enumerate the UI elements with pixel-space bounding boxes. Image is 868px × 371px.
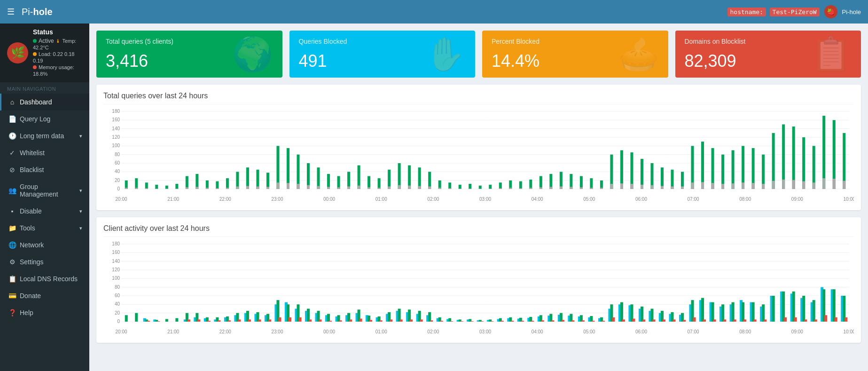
sidebar-label-long-term: Long term data (20, 132, 64, 140)
folder-icon: 📁 (8, 224, 16, 232)
client-chart-canvas (103, 242, 854, 336)
active-dot (33, 39, 37, 43)
sidebar-avatar: 🌿 (7, 42, 28, 63)
pi-avatar: 🍓 (824, 5, 837, 18)
sidebar-label-network: Network (20, 241, 44, 249)
sidebar: 🌿 Status Active 🌡 Temp: 42.2°C Load: 0.2… (0, 24, 89, 371)
load-value: Load: 0.22 0.18 0.19 (33, 51, 74, 63)
sidebar-label-disable: Disable (20, 207, 42, 215)
stat-card-percent-blocked: Percent Blocked 14.4% 🥧 (482, 31, 668, 78)
brand-prefix: Pi- (22, 7, 33, 17)
sidebar-item-help[interactable]: ❓ Help (0, 304, 89, 321)
sidebar-item-settings[interactable]: ⚙ Settings (0, 253, 89, 270)
users-icon: 👥 (8, 187, 16, 194)
hostname-label: hostname: Test-PiZeroW (727, 8, 820, 16)
globe-icon: 🌍 (232, 35, 273, 73)
help-icon: ❓ (8, 309, 16, 316)
ban-icon: ⊘ (8, 166, 16, 174)
queries-chart-panel: Total queries over last 24 hours (96, 85, 861, 210)
sidebar-label-blacklist: Blacklist (20, 166, 44, 174)
sidebar-label-donate: Donate (20, 292, 41, 300)
sidebar-label-query-log: Query Log (20, 115, 50, 123)
status-active: Active (39, 38, 54, 44)
client-chart-container (103, 242, 854, 336)
stat-card-queries-blocked: Queries Blocked 491 ✋ (289, 31, 476, 78)
topbar: ☰ Pi-hole hostname: Test-PiZeroW 🍓 Pi-ho… (0, 0, 868, 24)
sidebar-user-status: Active 🌡 Temp: 42.2°C Load: 0.22 0.18 0.… (33, 38, 82, 77)
memory-value: Memory usage: 18.8% (33, 64, 74, 77)
sidebar-user-info: Status Active 🌡 Temp: 42.2°C Load: 0.22 … (33, 28, 82, 77)
stat-cards: Total queries (5 clients) 3,416 🌍 Querie… (96, 31, 861, 78)
sidebar-label-local-dns: Local DNS Records (20, 275, 78, 283)
queries-chart-container (103, 109, 854, 203)
sidebar-item-dashboard[interactable]: ⌂ Dashboard (0, 94, 89, 111)
sidebar-label-tools: Tools (20, 224, 35, 232)
memory-dot (33, 65, 37, 69)
temp-icon: 🌡 (55, 38, 61, 44)
sidebar-item-whitelist[interactable]: ✓ Whitelist (0, 144, 89, 161)
sidebar-item-tools[interactable]: 📁 Tools ▾ (0, 220, 89, 237)
sidebar-label-whitelist: Whitelist (20, 149, 45, 157)
dns-icon: 📋 (8, 275, 16, 283)
sidebar-item-donate[interactable]: 💳 Donate (0, 287, 89, 304)
main-layout: 🌿 Status Active 🌡 Temp: 42.2°C Load: 0.2… (0, 24, 868, 371)
queries-chart-title: Total queries over last 24 hours (103, 92, 854, 104)
sidebar-item-blacklist[interactable]: ⊘ Blacklist (0, 161, 89, 178)
chevron-down-icon-group: ▾ (79, 188, 82, 194)
sidebar-label-settings: Settings (20, 258, 44, 266)
main-content: Total queries (5 clients) 3,416 🌍 Querie… (89, 24, 868, 371)
sidebar-user-block: 🌿 Status Active 🌡 Temp: 42.2°C Load: 0.2… (0, 24, 89, 82)
pihole-label: Pi-hole (842, 8, 861, 16)
clock-icon: 🕐 (8, 132, 16, 140)
check-icon: ✓ (8, 149, 16, 157)
hostname-value: Test-PiZeroW (770, 8, 820, 16)
gear-icon: ⚙ (8, 258, 16, 266)
topbar-right: hostname: Test-PiZeroW 🍓 Pi-hole (727, 5, 861, 18)
sidebar-item-local-dns[interactable]: 📋 Local DNS Records (0, 270, 89, 287)
sidebar-item-long-term-data[interactable]: 🕐 Long term data ▾ (0, 127, 89, 144)
sidebar-item-disable[interactable]: ▪ Disable ▾ (0, 203, 89, 220)
list-icon: 📋 (811, 35, 852, 73)
chevron-down-icon-disable: ▾ (79, 208, 82, 214)
home-icon: ⌂ (8, 98, 16, 106)
donate-icon: 💳 (8, 292, 16, 300)
load-dot (33, 52, 37, 56)
network-icon: 🌐 (8, 241, 16, 249)
chevron-down-icon: ▾ (79, 133, 82, 139)
brand-suffix: hole (33, 7, 52, 17)
sidebar-label-help: Help (20, 309, 33, 316)
chevron-down-icon-tools: ▾ (79, 225, 82, 231)
queries-chart-canvas (103, 109, 854, 203)
nav-section-label: MAIN NAVIGATION (0, 82, 89, 94)
sidebar-status-title: Status (33, 28, 82, 36)
brand-logo[interactable]: Pi-hole (22, 7, 53, 17)
square-icon: ▪ (8, 207, 16, 215)
sidebar-label-group: Group Management (20, 183, 76, 198)
sidebar-item-group-management[interactable]: 👥 Group Management ▾ (0, 178, 89, 203)
pie-chart-icon: 🥧 (618, 35, 659, 73)
stat-card-total-queries: Total queries (5 clients) 3,416 🌍 (96, 31, 282, 78)
client-chart-title: Client activity over last 24 hours (103, 224, 854, 237)
file-icon: 📄 (8, 115, 16, 123)
sidebar-toggle[interactable]: ☰ (7, 7, 15, 17)
sidebar-item-query-log[interactable]: 📄 Query Log (0, 111, 89, 127)
sidebar-label-dashboard: Dashboard (20, 98, 52, 106)
client-chart-panel: Client activity over last 24 hours (96, 217, 861, 343)
sidebar-item-network[interactable]: 🌐 Network (0, 237, 89, 253)
stat-card-domains-blocklist: Domains on Blocklist 82,309 📋 (675, 31, 861, 78)
hand-icon: ✋ (425, 35, 466, 73)
